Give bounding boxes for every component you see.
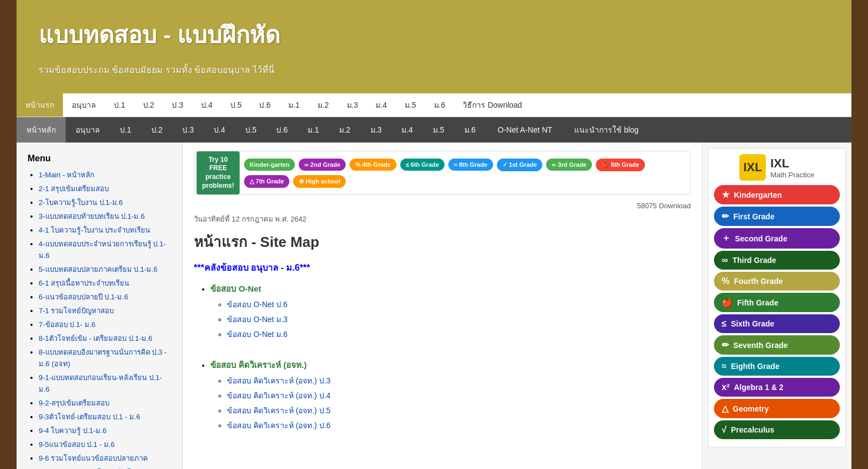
grade-link-eighth[interactable]: ≈ Eighth Grade xyxy=(714,357,840,376)
sidebar-link-15[interactable]: 9-2-สรุปเข้มเตรียมสอบ xyxy=(39,399,109,407)
first-label: First Grade xyxy=(733,212,775,221)
pencil2-icon: ✏ xyxy=(722,340,729,350)
grade-btn-kindergarten[interactable]: Kinder-garten xyxy=(244,159,295,171)
grade-btn-3rd[interactable]: ∞ 3rd Grade xyxy=(546,159,592,171)
sidebar-link-5[interactable]: 4-1 โบความรู้-ใบงาน ประจำบทเรียน xyxy=(39,226,150,234)
onet-p6-link[interactable]: ข้อสอบ O-Net ป.6 xyxy=(227,300,288,309)
grade-link-sixth[interactable]: ≤ Sixth Grade xyxy=(714,314,840,333)
percent-icon: % xyxy=(722,276,729,286)
nav1-m3[interactable]: ม.3 xyxy=(338,93,367,117)
nav2-p2[interactable]: ป.2 xyxy=(141,117,173,143)
infinity-icon: ∞ xyxy=(722,255,728,265)
sidebar-link-9[interactable]: 6-แนวข้อสอบปลายปี ป.1-ม.6 xyxy=(39,293,128,301)
nav1-m1[interactable]: ม.1 xyxy=(279,93,309,117)
grade-btn-5th[interactable]: 🍎 5th Grade xyxy=(596,159,644,171)
nav2-m2[interactable]: ม.2 xyxy=(329,117,361,143)
sixth-label: Sixth Grade xyxy=(731,319,775,328)
nav1-p1[interactable]: ป.1 xyxy=(105,93,134,117)
site-title: แบบทดสอบ - แบบฝึกหัด xyxy=(39,17,829,53)
onet-section-list: ข้อสอบ O-Net ข้อสอบ O-Net ป.6 ข้อสอบ O-N… xyxy=(194,282,691,340)
sidebar-link-7[interactable]: 5-แบบทดสอบปลายภาคเตรียม ป.1-ม.6 xyxy=(39,265,157,273)
sidebar-link-3[interactable]: 2-โบความรู้-ใบงาน ป.1-ม.6 xyxy=(39,198,123,207)
sidebar-link-18[interactable]: 9-5แนวข้อสอบ ป.1 - ม.6 xyxy=(39,440,115,449)
nav1-p5[interactable]: ป.5 xyxy=(221,93,251,117)
download-count: 58075 Download xyxy=(194,202,691,210)
nav2-anubaan[interactable]: อนุบาล xyxy=(66,117,110,143)
grade-btn-7th[interactable]: △ 7th Grade xyxy=(244,175,289,188)
nav2-p1[interactable]: ป.1 xyxy=(110,117,141,143)
nav1-p3[interactable]: ป.3 xyxy=(163,93,192,117)
nav2-m1[interactable]: ม.1 xyxy=(298,117,329,143)
grade-btn-4th[interactable]: % 4th Grade xyxy=(350,159,396,171)
nav1-m4[interactable]: ม.4 xyxy=(367,93,396,117)
nav1-m6[interactable]: ม.6 xyxy=(425,93,454,117)
sidebar-link-12[interactable]: 8-1ตัวโจทย์เข้ม - เตรียมสอบ ป.1-ม.6 xyxy=(39,334,152,342)
main-content: Try 10 FREE practice problems! Kinder-ga… xyxy=(182,143,702,469)
sidebar-link-4[interactable]: 3-แบบทดสอบท้ายบทเรียน ป.1-ม.6 xyxy=(39,212,145,220)
sidebar-link-2[interactable]: 2-1 สรุปเข้มเตรียมสอบ xyxy=(39,185,109,193)
nav2-onet[interactable]: O-Net A-Net NT xyxy=(485,119,564,141)
sidebar-link-13[interactable]: 8-แบบทดสอบอิงมาตรฐานน้นการคิด ป.3 - ม.6 … xyxy=(39,348,167,368)
grade-link-second[interactable]: ＋ Second Grade xyxy=(714,228,840,249)
grade-btn-6th[interactable]: ≤ 6th Grade xyxy=(400,159,444,171)
nav1-p4[interactable]: ป.4 xyxy=(192,93,221,117)
grade-link-precalc[interactable]: √ Precalculus xyxy=(714,420,840,439)
grade-link-kindergarten[interactable]: ★ Kindergarten xyxy=(714,185,840,204)
nav2-m5[interactable]: ม.5 xyxy=(423,117,454,143)
approx-icon: ≈ xyxy=(722,361,727,371)
ixl-try-text[interactable]: Try 10 FREE practice problems! xyxy=(197,151,240,194)
sidebar-link-6[interactable]: 4-แบบทดสอบประจำหน่วยการเรียนรู้ ป.1-ม.6 xyxy=(39,240,166,260)
nav1-home[interactable]: หน้าแรก xyxy=(17,93,63,117)
grade-link-geometry[interactable]: △ Geometry xyxy=(714,399,840,418)
site-header: แบบทดสอบ - แบบฝึกหัด รวมข้อสอบประถม ข้อส… xyxy=(17,0,851,93)
nav2-m3[interactable]: ม.3 xyxy=(361,117,392,143)
nav2-guide[interactable]: แนะนำการใช้ blog xyxy=(564,117,648,143)
nav1-p6[interactable]: ป.6 xyxy=(250,93,279,117)
nav2-m4[interactable]: ม.4 xyxy=(391,117,423,143)
nav1-anubaan[interactable]: อนุบาล xyxy=(63,93,105,117)
grade-link-algebra[interactable]: x² Algebra 1 & 2 xyxy=(714,378,840,397)
onet-sub-list: ข้อสอบ O-Net ป.6 ข้อสอบ O-Net ม.3 ข้อสอบ… xyxy=(210,298,691,340)
eighth-label: Eighth Grade xyxy=(731,362,780,371)
section-heading: ***คลังข้อสอบ อนุบาล - ม.6*** xyxy=(194,261,691,275)
grade-link-seventh[interactable]: ✏ Seventh Grade xyxy=(714,335,840,355)
nav1-m2[interactable]: ม.2 xyxy=(309,93,338,117)
grade-btn-2nd[interactable]: ∞ 2nd Grade xyxy=(299,159,346,171)
grade-btn-8th[interactable]: ≈ 8th Grade xyxy=(448,159,493,171)
nav2-p6[interactable]: ป.6 xyxy=(266,117,298,143)
onet-title-link[interactable]: ข้อสอบ O-Net xyxy=(210,284,261,293)
critical-p6-link[interactable]: ข้อสอบ คิดวิเคราะห์ (อจท.) ป.6 xyxy=(227,421,331,430)
nav2-home[interactable]: หน้าหลัก xyxy=(17,117,66,143)
list-item: ข้อสอบ คิดวิเคราะห์ (อจท.) ป.4 xyxy=(227,389,691,402)
nav1-p2[interactable]: ป.2 xyxy=(134,93,163,117)
sidebar-link-14[interactable]: 9-1-แบบทดสอบก่อนเรียน-หลังเรียน ป.1-ม.6 xyxy=(39,373,162,393)
nav2-p3[interactable]: ป.3 xyxy=(172,117,204,143)
nav1-download[interactable]: วิธีการ Download xyxy=(454,93,531,117)
grade-btn-high[interactable]: ⊕ High school xyxy=(293,175,346,188)
nav1-m5[interactable]: ม.5 xyxy=(396,93,425,117)
grade-link-first[interactable]: ✏ First Grade xyxy=(714,207,840,226)
critical-section-list: ข้อสอบ คิดวิเคราะห์ (อจท.) ข้อสอบ คิดวิเ… xyxy=(194,359,691,431)
grade-link-fifth[interactable]: 🍎 Fifth Grade xyxy=(714,293,840,312)
onet-m6-link[interactable]: ข้อสอบ O-Net ม.6 xyxy=(227,330,288,339)
sidebar-link-8[interactable]: 6-1 สรุปเนื้อหาประจำบทเรียน xyxy=(39,279,129,287)
sidebar: Menu 1-Main - หน้าหลัก 2-1 สรุปเข้มเตรีย… xyxy=(17,143,182,469)
critical-p5-link[interactable]: ข้อสอบ คิดวิเคราะห์ (อจท.) ป.5 xyxy=(227,406,331,415)
sidebar-link-19[interactable]: 9-6 รวมโจทย์แนวข้อสอบปลายภาค xyxy=(39,454,148,462)
grade-link-fourth[interactable]: % Fourth Grade xyxy=(714,272,840,291)
grade-link-third[interactable]: ∞ Third Grade xyxy=(714,251,840,270)
sidebar-link-10[interactable]: 7-1 รวมโจทย์ปัญหาสอบ xyxy=(39,307,114,315)
onet-m3-link[interactable]: ข้อสอบ O-Net ม.3 xyxy=(227,315,288,324)
critical-p3-link[interactable]: ข้อสอบ คิดวิเคราะห์ (อจท.) ป.3 xyxy=(227,376,331,385)
sidebar-link-1[interactable]: 1-Main - หน้าหลัก xyxy=(39,171,94,179)
critical-p4-link[interactable]: ข้อสอบ คิดวิเคราะห์ (อจท.) ป.4 xyxy=(227,391,331,400)
sidebar-link-11[interactable]: 7-ข้อสอบ ป.1- ม.6 xyxy=(39,320,96,329)
sidebar-link-17[interactable]: 9-4 โบความรู้ ป.1-ม.6 xyxy=(39,426,107,435)
sidebar-link-16[interactable]: 9-3ตัวโจทย์-เตรียมสอบ ป.1 - ม.6 xyxy=(39,413,140,421)
nav2-p5[interactable]: ป.5 xyxy=(235,117,267,143)
nav2-p4[interactable]: ป.4 xyxy=(204,117,235,143)
kg-label: Kindergarten xyxy=(734,191,782,199)
grade-btn-1st[interactable]: ✓ 1st Grade xyxy=(497,159,543,171)
nav2-m6[interactable]: ม.6 xyxy=(454,117,486,143)
critical-title-link[interactable]: ข้อสอบ คิดวิเคราะห์ (อจท.) xyxy=(210,360,307,370)
